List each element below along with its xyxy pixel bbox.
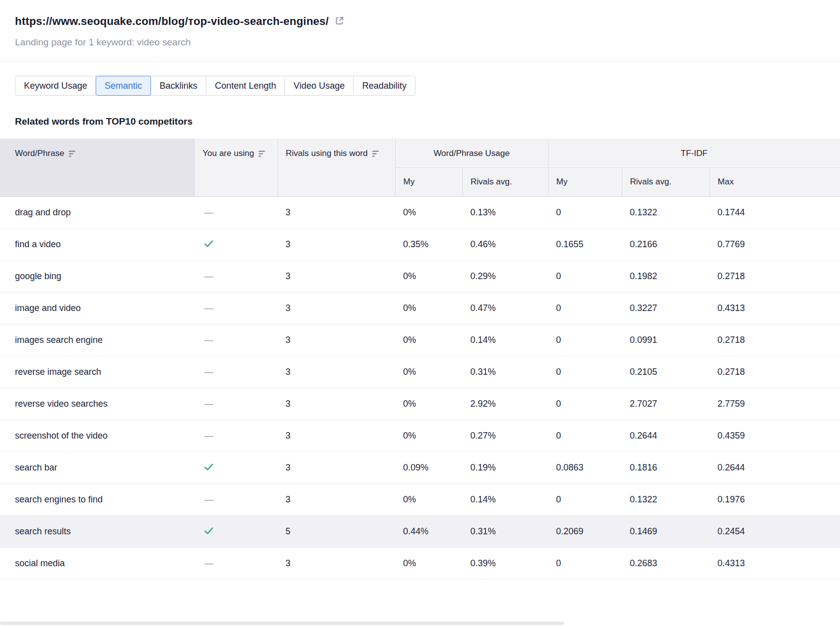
cell-my-usage: 0.35% — [395, 228, 462, 260]
table-row: reverse image search—30%0.31%00.21050.27… — [0, 356, 840, 388]
table-row: image and video—30%0.47%00.32270.4313 — [0, 292, 840, 324]
dash-icon: — — [204, 558, 213, 568]
dash-icon: — — [204, 431, 213, 441]
cell-rivals-avg-tfidf: 0.1469 — [622, 515, 709, 547]
page-url: https://www.seoquake.com/blog/тop-video-… — [15, 15, 329, 28]
tab-backlinks[interactable]: Backlinks — [150, 76, 206, 96]
cell-max-tfidf: 2.7759 — [709, 388, 840, 420]
sort-icon[interactable] — [69, 151, 77, 157]
cell-max-tfidf: 0.2454 — [709, 515, 840, 547]
cell-max-tfidf: 0.4313 — [709, 292, 840, 324]
cell-rivals-count: 3 — [278, 324, 395, 356]
sort-icon[interactable] — [372, 151, 380, 157]
cell-max-tfidf: 0.2718 — [709, 260, 840, 292]
cell-max-tfidf: 0.4359 — [709, 420, 840, 452]
check-icon — [204, 527, 213, 534]
table-header: Word/Phrase You are using — [0, 139, 840, 196]
cell-you-are-using: — — [194, 292, 278, 324]
table-row: find a video30.35%0.46%0.16550.21660.776… — [0, 228, 840, 260]
cell-rivals-count: 3 — [278, 356, 395, 388]
cell-my-usage: 0% — [395, 260, 462, 292]
tab-video-usage[interactable]: Video Usage — [284, 76, 354, 96]
tab-keyword-usage[interactable]: Keyword Usage — [15, 76, 96, 96]
external-link-icon[interactable] — [335, 16, 344, 25]
cell-rivals-avg-usage: 0.14% — [462, 324, 548, 356]
cell-my-usage: 0% — [395, 324, 462, 356]
horizontal-scrollbar-thumb[interactable] — [0, 622, 564, 625]
cell-rivals-count: 3 — [278, 452, 395, 483]
cell-you-are-using: — — [194, 388, 278, 420]
url-row: https://www.seoquake.com/blog/тop-video-… — [15, 15, 825, 28]
cell-my-usage: 0.09% — [395, 452, 462, 483]
tab-content-length[interactable]: Content Length — [206, 76, 285, 96]
cell-my-usage: 0.44% — [395, 515, 462, 547]
cell-rivals-avg-tfidf: 0.1816 — [622, 452, 709, 483]
cell-rivals-count: 3 — [278, 260, 395, 292]
cell-my-tfidf: 0 — [548, 420, 622, 452]
cell-my-tfidf: 0.1655 — [548, 228, 622, 260]
cell-rivals-avg-usage: 2.92% — [462, 388, 548, 420]
cell-rivals-avg-tfidf: 0.2105 — [622, 356, 709, 388]
column-header-my-tfidf[interactable]: My — [548, 167, 622, 196]
cell-max-tfidf: 0.1744 — [709, 196, 840, 228]
cell-rivals-avg-usage: 0.19% — [462, 452, 548, 483]
cell-rivals-avg-usage: 0.27% — [462, 420, 548, 452]
cell-rivals-count: 3 — [278, 388, 395, 420]
cell-rivals-avg-usage: 0.14% — [462, 483, 548, 515]
tab-readability[interactable]: Readability — [353, 76, 416, 96]
column-header-rivals-using[interactable]: Rivals using this word — [278, 139, 395, 196]
cell-my-tfidf: 0 — [548, 292, 622, 324]
cell-rivals-avg-tfidf: 0.1322 — [622, 483, 709, 515]
column-header-you-are-using[interactable]: You are using — [194, 139, 278, 196]
cell-my-usage: 0% — [395, 547, 462, 579]
cell-word-phrase: search engines to find — [0, 483, 194, 515]
column-header-my-usage[interactable]: My — [395, 167, 462, 196]
cell-you-are-using: — — [194, 483, 278, 515]
cell-rivals-avg-usage: 0.39% — [462, 547, 548, 579]
dash-icon: — — [204, 335, 213, 345]
cell-my-tfidf: 0 — [548, 483, 622, 515]
cell-rivals-avg-usage: 0.46% — [462, 228, 548, 260]
cell-you-are-using — [194, 228, 278, 260]
column-header-word-phrase[interactable]: Word/Phrase — [0, 139, 194, 196]
page: https://www.seoquake.com/blog/тop-video-… — [0, 0, 840, 580]
column-header-max-tfidf[interactable]: Max — [709, 167, 840, 196]
column-header-rivals-avg-tfidf[interactable]: Rivals avg. — [622, 167, 709, 196]
cell-word-phrase: image and video — [0, 292, 194, 324]
column-group-tf-idf: TF-IDF — [548, 139, 840, 167]
table-body: drag and drop—30%0.13%00.13220.1744find … — [0, 196, 840, 579]
cell-my-tfidf: 0 — [548, 196, 622, 228]
cell-rivals-avg-tfidf: 0.2166 — [622, 228, 709, 260]
dash-icon: — — [204, 271, 213, 281]
column-header-word-phrase-label: Word/Phrase — [15, 149, 64, 158]
table-row: google bing—30%0.29%00.19820.2718 — [0, 260, 840, 292]
sort-icon[interactable] — [259, 151, 267, 157]
cell-rivals-avg-usage: 0.31% — [462, 515, 548, 547]
table-row: drag and drop—30%0.13%00.13220.1744 — [0, 196, 840, 228]
cell-max-tfidf: 0.2644 — [709, 452, 840, 483]
check-icon — [204, 464, 213, 470]
cell-word-phrase: search bar — [0, 452, 194, 483]
table-row: images search engine—30%0.14%00.09910.27… — [0, 324, 840, 356]
column-header-rivals-avg-usage[interactable]: Rivals avg. — [462, 167, 548, 196]
section-title: Related words from TOP10 competitors — [15, 116, 840, 127]
cell-word-phrase: drag and drop — [0, 196, 194, 228]
tab-semantic[interactable]: Semantic — [96, 76, 151, 96]
cell-rivals-avg-usage: 0.47% — [462, 292, 548, 324]
cell-my-tfidf: 0.0863 — [548, 452, 622, 483]
cell-my-usage: 0% — [395, 388, 462, 420]
cell-word-phrase: find a video — [0, 228, 194, 260]
cell-you-are-using: — — [194, 324, 278, 356]
cell-you-are-using: — — [194, 196, 278, 228]
cell-max-tfidf: 0.2718 — [709, 356, 840, 388]
cell-rivals-count: 3 — [278, 292, 395, 324]
cell-rivals-avg-usage: 0.31% — [462, 356, 548, 388]
cell-rivals-avg-tfidf: 0.2683 — [622, 547, 709, 579]
cell-my-usage: 0% — [395, 356, 462, 388]
cell-rivals-avg-tfidf: 0.1322 — [622, 196, 709, 228]
cell-rivals-avg-usage: 0.13% — [462, 196, 548, 228]
cell-word-phrase: screenshot of the video — [0, 420, 194, 452]
cell-you-are-using — [194, 452, 278, 483]
horizontal-scrollbar-track[interactable] — [0, 621, 840, 626]
table-row: search bar30.09%0.19%0.08630.18160.2644 — [0, 452, 840, 483]
